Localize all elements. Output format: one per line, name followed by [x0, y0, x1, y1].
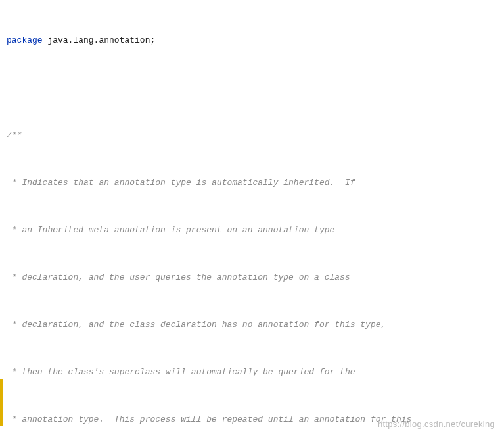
keyword-package: package: [7, 36, 43, 45]
javadoc-line[interactable]: * declaration, and the class declaration…: [7, 317, 504, 333]
code-editor-viewport[interactable]: package java.lang.annotation; /** * Indi…: [0, 0, 504, 444]
gutter-warning-marker: [0, 379, 3, 426]
javadoc-line[interactable]: * then the class's superclass will autom…: [7, 364, 504, 380]
code-line-blank[interactable]: [7, 80, 504, 96]
javadoc-line[interactable]: * an Inherited meta-annotation is presen…: [7, 222, 504, 238]
code-line[interactable]: package java.lang.annotation;: [7, 33, 504, 49]
javadoc-line[interactable]: * declaration, and the user queries the …: [7, 270, 504, 285]
javadoc-line[interactable]: * Indicates that an annotation type is a…: [7, 175, 504, 191]
javadoc-open[interactable]: /**: [7, 128, 504, 143]
package-name: java.lang.annotation;: [43, 36, 156, 45]
javadoc-line[interactable]: * annotation type. This process will be …: [7, 412, 504, 428]
